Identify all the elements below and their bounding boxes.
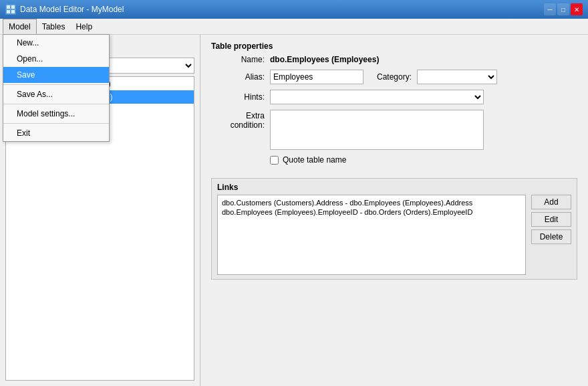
- maximize-button[interactable]: □: [557, 3, 569, 15]
- link-item[interactable]: dbo.Customers (Customers).Address - dbo.…: [220, 198, 523, 207]
- title-bar: Data Model Editor - MyModel ─ □ ✕: [0, 0, 588, 19]
- svg-rect-1: [11, 5, 15, 9]
- close-button[interactable]: ✕: [571, 3, 583, 15]
- menu-model-settings[interactable]: Model settings...: [3, 106, 109, 122]
- category-label: Category:: [377, 72, 412, 82]
- separator-1: [3, 84, 109, 85]
- quote-table-name-row: Quote table name: [270, 155, 577, 165]
- links-section: Links dbo.Customers (Customers).Address …: [211, 178, 577, 280]
- extra-condition-row: Extra condition:: [211, 110, 577, 150]
- links-buttons: Add Edit Delete: [531, 195, 571, 275]
- links-title: Links: [217, 183, 571, 192]
- menu-save[interactable]: Save: [3, 67, 109, 83]
- title-bar-buttons: ─ □ ✕: [544, 3, 583, 15]
- table-properties-title: Table properties: [211, 41, 577, 51]
- quote-table-name-checkbox[interactable]: [270, 156, 279, 165]
- extra-condition-textarea[interactable]: [270, 110, 484, 150]
- right-panel: Table properties Name: dbo.Employees (Em…: [200, 35, 588, 386]
- link-item[interactable]: dbo.Employees (Employees).EmployeeID - d…: [220, 207, 523, 217]
- name-row: Name: dbo.Employees (Employees): [211, 55, 577, 64]
- app-icon: [5, 4, 16, 15]
- svg-rect-0: [7, 5, 10, 9]
- hints-select[interactable]: [270, 90, 484, 104]
- quote-table-name-label: Quote table name: [283, 155, 346, 165]
- menu-exit[interactable]: Exit: [3, 125, 109, 141]
- window-title: Data Model Editor - MyModel: [20, 5, 124, 14]
- svg-rect-2: [7, 10, 10, 13]
- links-list: dbo.Customers (Customers).Address - dbo.…: [217, 195, 526, 275]
- delete-link-button[interactable]: Delete: [531, 229, 571, 244]
- menu-item-model[interactable]: Model: [3, 19, 37, 34]
- menu-item-tables[interactable]: Tables: [37, 19, 71, 34]
- menu-save-as[interactable]: Save As...: [3, 86, 109, 102]
- edit-link-button[interactable]: Edit: [531, 212, 571, 227]
- name-value: dbo.Employees (Employees): [270, 55, 379, 64]
- separator-3: [3, 123, 109, 124]
- separator-2: [3, 104, 109, 104]
- title-bar-left: Data Model Editor - MyModel: [5, 4, 124, 15]
- menu-new[interactable]: New...: [3, 35, 109, 51]
- svg-rect-3: [11, 10, 15, 13]
- links-content: dbo.Customers (Customers).Address - dbo.…: [217, 195, 571, 275]
- minimize-button[interactable]: ─: [544, 3, 556, 15]
- alias-label: Alias:: [211, 72, 265, 82]
- alias-category-row: Alias: Category:: [211, 70, 577, 84]
- menu-item-help[interactable]: Help: [70, 19, 98, 34]
- hints-label: Hints:: [211, 92, 265, 102]
- menu-bar: Model Tables Help New... Open... Save Sa…: [0, 19, 588, 35]
- hints-row: Hints:: [211, 90, 577, 104]
- table-properties-section: Table properties Name: dbo.Employees (Em…: [211, 41, 577, 171]
- add-link-button[interactable]: Add: [531, 195, 571, 209]
- menu-open[interactable]: Open...: [3, 51, 109, 67]
- model-dropdown-menu: New... Open... Save Save As... Model set…: [3, 34, 110, 142]
- alias-input[interactable]: [270, 70, 363, 84]
- extra-condition-label: Extra condition:: [211, 110, 265, 150]
- category-select[interactable]: [417, 70, 497, 84]
- name-label: Name:: [211, 55, 265, 64]
